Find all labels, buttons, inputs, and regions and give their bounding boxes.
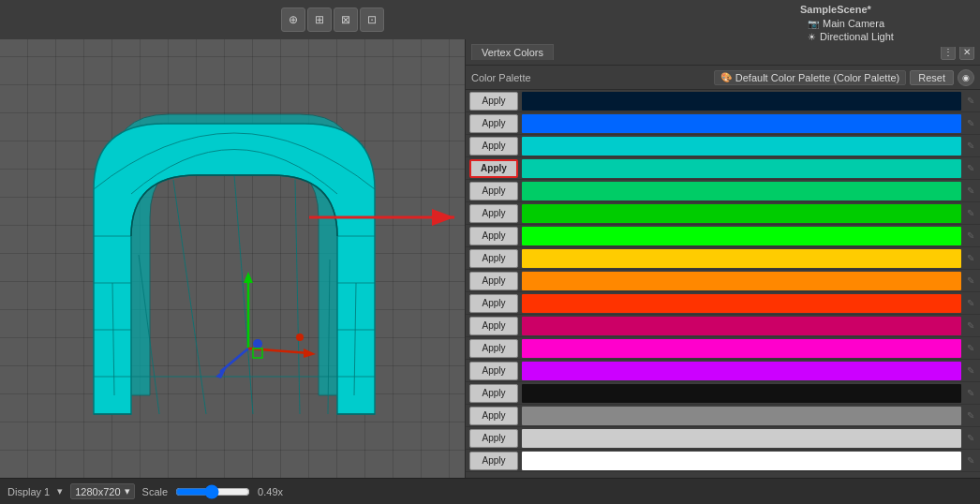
color-row-10: Apply✎	[466, 315, 980, 337]
color-swatch-13	[522, 384, 961, 403]
right-panel: Vertex Colors ⋮ ✕ Color Palette 🎨 Defaul…	[465, 39, 980, 478]
display-label: Display 1	[7, 486, 50, 497]
transform-icon[interactable]: ⊡	[360, 7, 384, 32]
color-row-16: Apply✎	[466, 450, 980, 472]
color-row-5: Apply✎	[466, 202, 980, 225]
color-swatch-11	[522, 339, 961, 358]
apply-button-4[interactable]: Apply	[469, 182, 518, 200]
palette-selector[interactable]: 🎨 Default Color Palette (Color Palette)	[714, 70, 906, 85]
color-row-2: Apply✎	[466, 135, 980, 157]
apply-button-9[interactable]: Apply	[469, 294, 518, 313]
reset-button[interactable]: Reset	[910, 70, 954, 85]
apply-button-12[interactable]: Apply	[469, 362, 518, 380]
apply-button-5[interactable]: Apply	[469, 204, 518, 223]
light-label: Directional Light	[820, 31, 894, 42]
color-row-9: Apply✎	[466, 292, 980, 315]
svg-marker-17	[244, 272, 253, 283]
color-swatch-7	[522, 249, 961, 268]
dropdown-chevron: ▾	[125, 485, 130, 497]
apply-button-7[interactable]: Apply	[469, 249, 518, 268]
color-edit-icon-5[interactable]: ✎	[961, 204, 980, 223]
main-content: Vertex Colors ⋮ ✕ Color Palette 🎨 Defaul…	[0, 39, 980, 478]
vertex-colors-tab[interactable]: Vertex Colors	[471, 44, 554, 60]
move-icon[interactable]: ⊕	[281, 7, 305, 32]
scale-label: Scale	[142, 486, 169, 497]
arch-mesh	[75, 96, 393, 452]
panel-header-row: Color Palette 🎨 Default Color Palette (C…	[466, 66, 980, 90]
color-edit-icon-10[interactable]: ✎	[961, 317, 980, 335]
apply-button-6[interactable]: Apply	[469, 227, 518, 245]
color-edit-icon-9[interactable]: ✎	[961, 294, 980, 313]
color-swatch-15	[522, 429, 961, 448]
color-row-4: Apply✎	[466, 180, 980, 202]
color-row-11: Apply✎	[466, 337, 980, 360]
color-swatch-9	[522, 294, 961, 313]
svg-point-22	[253, 339, 262, 348]
dropdown-arrow: ▾	[57, 485, 63, 497]
color-row-7: Apply✎	[466, 247, 980, 270]
color-edit-icon-15[interactable]: ✎	[961, 429, 980, 448]
color-edit-icon-2[interactable]: ✎	[961, 137, 980, 156]
apply-button-2[interactable]: Apply	[469, 137, 518, 156]
color-edit-icon-3[interactable]: ✎	[961, 159, 980, 178]
color-edit-icon-13[interactable]: ✎	[961, 384, 980, 403]
color-row-0: Apply✎	[466, 90, 980, 112]
svg-line-20	[220, 348, 248, 372]
resolution-dropdown[interactable]: 1280x720 ▾	[70, 483, 134, 499]
color-swatch-0	[522, 92, 961, 111]
color-edit-icon-0[interactable]: ✎	[961, 92, 980, 111]
svg-line-10	[295, 180, 300, 414]
apply-button-3[interactable]: Apply	[469, 159, 518, 178]
color-edit-icon-8[interactable]: ✎	[961, 272, 980, 290]
color-edit-icon-1[interactable]: ✎	[961, 114, 980, 133]
camera-icon: 📷	[808, 19, 819, 29]
color-swatch-8	[522, 272, 961, 290]
apply-button-16[interactable]: Apply	[469, 452, 518, 470]
scale-slider[interactable]	[175, 484, 250, 499]
color-swatch-5	[522, 204, 961, 223]
light-icon: ☀	[808, 32, 816, 42]
color-swatch-6	[522, 227, 961, 245]
color-edit-icon-6[interactable]: ✎	[961, 227, 980, 245]
color-row-8: Apply✎	[466, 270, 980, 292]
toolbar-icons: ⊕ ⊞ ⊠ ⊡	[281, 7, 384, 32]
apply-button-0[interactable]: Apply	[469, 92, 518, 111]
scale-value: 0.49x	[258, 486, 283, 497]
svg-marker-19	[304, 348, 316, 358]
main-camera-item[interactable]: 📷 Main Camera	[800, 17, 973, 30]
color-edit-icon-4[interactable]: ✎	[961, 182, 980, 200]
scale-icon[interactable]: ⊠	[334, 7, 358, 32]
apply-button-8[interactable]: Apply	[469, 272, 518, 290]
camera-label: Main Camera	[823, 18, 884, 29]
color-edit-icon-11[interactable]: ✎	[961, 339, 980, 358]
apply-button-13[interactable]: Apply	[469, 384, 518, 403]
apply-button-1[interactable]: Apply	[469, 114, 518, 133]
color-swatch-10	[522, 317, 961, 335]
color-swatch-14	[522, 407, 961, 425]
apply-button-11[interactable]: Apply	[469, 339, 518, 358]
svg-line-9	[234, 175, 253, 414]
scene-title: SampleScene*	[800, 4, 871, 15]
color-row-1: Apply✎	[466, 112, 980, 135]
viewport-background	[0, 39, 465, 478]
color-edit-icon-12[interactable]: ✎	[961, 362, 980, 380]
color-edit-icon-14[interactable]: ✎	[961, 407, 980, 425]
viewport[interactable]	[0, 39, 465, 478]
color-row-14: Apply✎	[466, 405, 980, 427]
color-edit-icon-16[interactable]: ✎	[961, 452, 980, 470]
directional-light-item[interactable]: ☀ Directional Light	[800, 30, 973, 43]
color-swatch-16	[522, 452, 961, 470]
color-edit-icon-7[interactable]: ✎	[961, 249, 980, 268]
apply-button-15[interactable]: Apply	[469, 429, 518, 448]
color-swatch-2	[522, 137, 961, 156]
color-row-15: Apply✎	[466, 427, 980, 450]
apply-button-14[interactable]: Apply	[469, 407, 518, 425]
rotate-icon[interactable]: ⊞	[307, 7, 332, 32]
palette-name: Default Color Palette (Color Palette)	[735, 72, 899, 83]
svg-point-23	[296, 334, 304, 341]
apply-button-10[interactable]: Apply	[469, 317, 518, 335]
palette-options-icon[interactable]: ◉	[958, 69, 974, 86]
svg-line-8	[173, 180, 206, 414]
status-bar: Display 1 ▾ 1280x720 ▾ Scale 0.49x	[0, 478, 980, 504]
color-swatch-1	[522, 114, 961, 133]
